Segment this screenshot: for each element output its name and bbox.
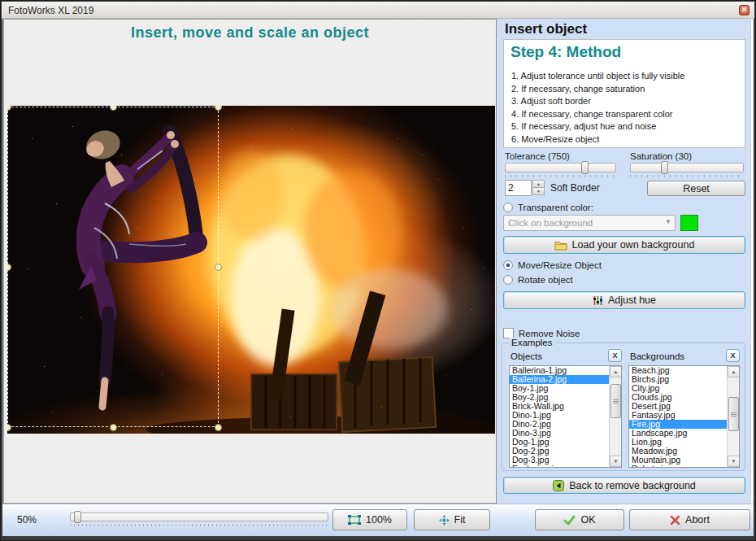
- scroll-down-icon[interactable]: ▼: [728, 456, 740, 467]
- instruction-line: 6. Move/Resize object: [511, 133, 684, 146]
- reset-button-label: Reset: [683, 183, 710, 194]
- objects-list: Ballerina-1.jpgBallerina-2.jpgBoy-1.jpgB…: [510, 366, 621, 468]
- transparent-color-radio[interactable]: Transparent color:: [503, 203, 593, 212]
- objects-list-close-button[interactable]: X: [608, 349, 622, 362]
- soft-border-input[interactable]: 2: [505, 180, 532, 196]
- scroll-up-icon[interactable]: ▲: [728, 366, 740, 377]
- check-icon: [563, 515, 576, 526]
- instruction-line: 2. If necessary, change saturation: [511, 83, 684, 96]
- selection-handle-bottom-middle[interactable]: [110, 424, 117, 431]
- selection-handle-top-middle[interactable]: [110, 106, 117, 111]
- main-area: Insert, move and scale an object: [2, 19, 754, 504]
- instruction-line: 3. Adjust soft border: [511, 95, 684, 108]
- adjust-hue-label: Adjust hue: [608, 294, 656, 306]
- tolerance-slider-thumb[interactable]: [581, 161, 589, 174]
- backgrounds-list: Beach.jpgBirchs.jpgCity.jpgClouds.jpgDes…: [629, 366, 739, 468]
- reset-button[interactable]: Reset: [647, 181, 745, 196]
- move-resize-label: Move/Resize Object: [518, 260, 602, 270]
- step-instructions-box: Step 4: Method 1. Adjust tolerance until…: [503, 39, 745, 148]
- tolerance-ticks: [505, 175, 616, 177]
- scrollbar-thumb[interactable]: [728, 397, 739, 431]
- ok-label: OK: [580, 514, 595, 526]
- transparent-color-dropdown[interactable]: Click on background ▼: [503, 215, 676, 231]
- ok-button[interactable]: OK: [535, 509, 624, 530]
- selection-handle-top-left[interactable]: [7, 106, 11, 111]
- scroll-down-icon[interactable]: ▼: [610, 456, 622, 467]
- list-item[interactable]: Explosion.jpg: [510, 465, 621, 468]
- backgrounds-scrollbar[interactable]: ▲ ▼: [727, 366, 739, 467]
- dropdown-value: Click on background: [508, 218, 593, 228]
- objects-list-label: Objects: [511, 351, 542, 361]
- back-button-label: Back to remove background: [569, 480, 696, 491]
- zoom-slider-ticks: [70, 524, 328, 526]
- fit-button[interactable]: Fit: [414, 509, 490, 530]
- window-title: FotoWorks XL 2019: [8, 5, 93, 16]
- remove-noise-label: Remove Noise: [519, 329, 580, 338]
- zoom-100-button[interactable]: 100%: [332, 509, 407, 530]
- panel-right-strip: [750, 19, 754, 504]
- zoom-slider[interactable]: [70, 513, 328, 521]
- rotate-object-radio[interactable]: Rotate object: [503, 275, 573, 285]
- canvas-title: Insert, move and scale an object: [4, 24, 496, 41]
- selection-handle-middle-left[interactable]: [7, 264, 11, 271]
- selection-handle-bottom-right[interactable]: [215, 424, 222, 431]
- close-icon[interactable]: ✕: [739, 5, 749, 15]
- saturation-slider-thumb[interactable]: [661, 161, 668, 174]
- app-window: FotoWorks XL 2019 ✕ Insert, move and sca…: [0, 0, 756, 541]
- soft-border-stepper: ▲ ▼: [532, 180, 545, 196]
- objects-listbox[interactable]: Ballerina-1.jpgBallerina-2.jpgBoy-1.jpgB…: [509, 365, 622, 468]
- spin-down-icon[interactable]: ▼: [532, 187, 545, 195]
- backgrounds-list-close-button[interactable]: X: [726, 349, 740, 362]
- cancel-x-icon: [670, 515, 680, 526]
- move-resize-radio[interactable]: Move/Resize Object: [503, 260, 602, 270]
- examples-group-label: Examples: [509, 338, 555, 347]
- back-arrow-icon: [553, 480, 564, 491]
- instruction-line: 5. If necessary, adjust hue and noise: [511, 120, 684, 133]
- actual-size-icon: [348, 515, 361, 525]
- examples-group: Examples Objects X Ballerina-1.jpgBaller…: [502, 342, 745, 471]
- transparent-color-swatch[interactable]: [680, 215, 698, 231]
- photo-canvas[interactable]: [7, 106, 495, 434]
- fit-label: Fit: [454, 514, 466, 526]
- instruction-line: 1. Adjust tolerance until object is full…: [511, 70, 684, 83]
- rotate-object-label: Rotate object: [518, 275, 573, 285]
- bottom-bar: 50% 100% Fit OK: [2, 504, 754, 536]
- folder-icon: [554, 240, 567, 251]
- objects-scrollbar[interactable]: ▲ ▼: [609, 366, 621, 467]
- transparent-color-label: Transparent color:: [518, 203, 593, 212]
- radio-icon[interactable]: [503, 203, 513, 212]
- selection-handle-middle-right[interactable]: [215, 264, 222, 271]
- saturation-slider[interactable]: [630, 163, 744, 172]
- abort-label: Abort: [685, 514, 710, 526]
- radio-selected-icon[interactable]: [503, 260, 513, 270]
- radio-icon[interactable]: [503, 275, 513, 285]
- instruction-list: 1. Adjust tolerance until object is full…: [511, 70, 684, 146]
- scroll-up-icon[interactable]: ▲: [610, 366, 622, 377]
- chevron-down-icon[interactable]: ▼: [665, 218, 671, 225]
- abort-button[interactable]: Abort: [629, 509, 750, 530]
- backgrounds-listbox[interactable]: Beach.jpgBirchs.jpgCity.jpgClouds.jpgDes…: [628, 365, 740, 468]
- adjust-hue-button[interactable]: Adjust hue: [503, 291, 745, 309]
- tolerance-slider[interactable]: [505, 163, 616, 172]
- insert-object-panel: Insert object Step 4: Method 1. Adjust t…: [497, 19, 750, 504]
- step-heading: Step 4: Method: [511, 43, 621, 61]
- zoom-level-label: 50%: [17, 514, 37, 526]
- list-item[interactable]: Robots.jpg: [629, 465, 739, 468]
- scrollbar-thumb[interactable]: [610, 384, 621, 418]
- zoom-100-label: 100%: [366, 514, 392, 526]
- instruction-line: 4. If necessary, change transparent colo…: [511, 108, 684, 121]
- canvas-area: Insert, move and scale an object: [2, 19, 497, 504]
- object-selection-box[interactable]: [7, 107, 219, 427]
- saturation-label: Saturation (30): [630, 151, 692, 161]
- hue-sliders-icon: [593, 295, 603, 306]
- soft-border-label: Soft Border: [550, 182, 600, 194]
- titlebar: FotoWorks XL 2019 ✕: [2, 2, 754, 19]
- back-to-remove-background-button[interactable]: Back to remove background: [503, 477, 745, 494]
- tolerance-label: Tolerance (750): [505, 151, 570, 161]
- fit-arrows-icon: [439, 515, 450, 526]
- load-background-button[interactable]: Load your own background: [503, 236, 745, 254]
- saturation-ticks: [630, 175, 744, 177]
- backgrounds-list-label: Backgrounds: [630, 351, 684, 361]
- zoom-slider-thumb[interactable]: [74, 511, 81, 523]
- panel-title: Insert object: [505, 21, 587, 37]
